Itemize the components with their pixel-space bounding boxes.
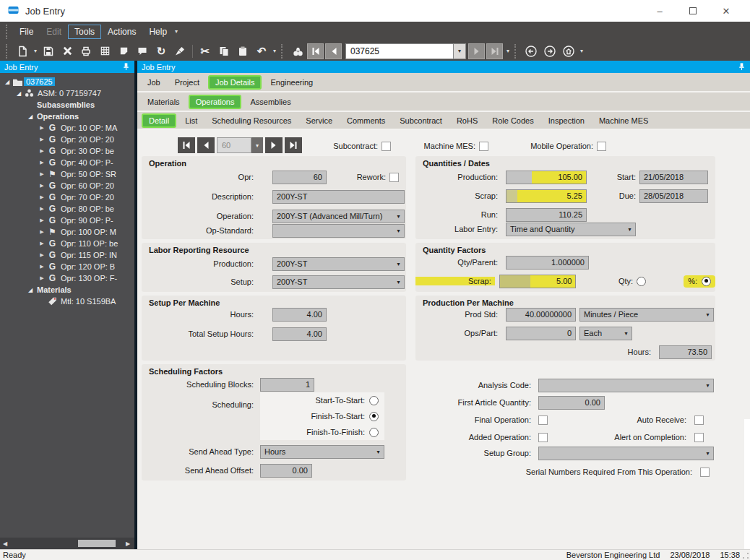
collapse-icon[interactable]: ▶: [38, 183, 46, 189]
prod-std-field[interactable]: 40.00000000: [506, 308, 576, 322]
scrollbar-thumb[interactable]: [78, 540, 116, 547]
collapse-icon[interactable]: ▶: [38, 148, 46, 154]
pin-icon[interactable]: [122, 62, 130, 72]
description-field[interactable]: 200Y-ST: [272, 190, 405, 204]
due-date-field[interactable]: 28/05/2018: [639, 189, 708, 203]
minimize-button[interactable]: –: [643, 1, 676, 21]
previous-record-button[interactable]: [325, 43, 342, 59]
tab-job-details[interactable]: Job Details: [208, 75, 262, 90]
chevron-down-icon[interactable]: ▾: [621, 330, 632, 337]
tab-machine-mes[interactable]: Machine MES: [592, 113, 655, 128]
home-button[interactable]: [559, 43, 578, 59]
collapse-icon[interactable]: ▶: [38, 171, 46, 177]
auto-receive-checkbox[interactable]: [694, 415, 704, 425]
menu-tools[interactable]: Tools: [68, 25, 101, 39]
start-date-field[interactable]: 21/05/2018: [639, 171, 708, 184]
tree-item-materials[interactable]: ◢ Materials: [0, 284, 134, 296]
tab-project[interactable]: Project: [168, 75, 207, 90]
tree-horizontal-scrollbar[interactable]: ◀ ▶: [0, 538, 134, 549]
tree-item-opr-115[interactable]: ▶GOpr: 115 OP: IN: [0, 249, 134, 261]
expand-icon[interactable]: ◢: [26, 287, 35, 293]
scroll-right-icon[interactable]: ▶: [123, 540, 133, 547]
back-button[interactable]: [522, 43, 540, 59]
machine-mes-checkbox[interactable]: [479, 142, 488, 151]
collapse-icon[interactable]: ▶: [38, 264, 46, 270]
machine-hours-field[interactable]: 73.50: [659, 345, 712, 359]
alert-on-completion-checkbox[interactable]: [694, 433, 704, 442]
tree-item-opr-60[interactable]: ▶GOpr: 60 OP: 20: [0, 180, 134, 191]
new-button[interactable]: [13, 43, 32, 59]
tab-list[interactable]: List: [178, 113, 204, 128]
scrap-qty-field[interactable]: 5.25: [506, 189, 587, 203]
setup-hours-field[interactable]: 4.00: [272, 308, 327, 322]
expand-icon[interactable]: ◢: [14, 90, 23, 97]
expand-icon[interactable]: ◢: [26, 113, 35, 120]
total-setup-hours-field[interactable]: 4.00: [272, 327, 327, 341]
expand-icon[interactable]: ◢: [3, 79, 12, 85]
paste-button[interactable]: [233, 43, 252, 59]
tree-item-opr-110[interactable]: ▶GOpr: 110 OP: be: [0, 238, 134, 249]
record-combo-value[interactable]: 037625: [345, 43, 454, 59]
collapse-icon[interactable]: ▶: [38, 229, 46, 235]
mobile-operation-checkbox[interactable]: [597, 142, 606, 151]
collapse-icon[interactable]: ▶: [38, 160, 46, 165]
tree-item-opr-80[interactable]: ▶GOpr: 80 OP: be: [0, 203, 134, 215]
delete-button[interactable]: [58, 43, 77, 59]
qty-radio[interactable]: [637, 277, 646, 286]
prod-std-uom-dropdown[interactable]: Minutes / Piece▾: [579, 308, 714, 322]
run-qty-field[interactable]: 110.25: [506, 208, 587, 222]
tab-comments[interactable]: Comments: [340, 113, 392, 128]
chevron-down-icon[interactable]: ▾: [702, 450, 713, 457]
labor-setup-dropdown[interactable]: 200Y-ST▾: [272, 275, 405, 289]
tree-item-opr-20[interactable]: ▶GOpr: 20 OP: 20: [0, 134, 134, 145]
undo-button[interactable]: ↶: [252, 43, 271, 59]
chevron-down-icon[interactable]: ▾: [373, 449, 384, 455]
collapse-icon[interactable]: ▶: [38, 252, 46, 258]
operation-combo-caret-icon[interactable]: ▾: [251, 137, 263, 153]
search-button[interactable]: [288, 43, 307, 59]
tree-item-opr-70[interactable]: ▶GOpr: 70 OP: 20: [0, 191, 134, 203]
tab-subcontract[interactable]: Subcontract: [392, 113, 449, 128]
menu-overflow-icon[interactable]: ▾: [175, 28, 178, 35]
record-combo-caret-icon[interactable]: ▾: [454, 43, 466, 59]
last-record-button[interactable]: [486, 43, 503, 59]
record-combo[interactable]: 037625 ▾: [345, 43, 466, 59]
operation-number-combo[interactable]: 60 ▾: [217, 137, 263, 153]
copy-button[interactable]: [215, 43, 233, 59]
tab-service[interactable]: Service: [298, 113, 340, 128]
tree-item-opr-90[interactable]: ▶GOpr: 90 OP: P-: [0, 215, 134, 226]
forward-button[interactable]: [540, 43, 559, 59]
send-ahead-type-dropdown[interactable]: Hours▾: [260, 445, 384, 459]
scrap-factor-field[interactable]: 5.00: [499, 275, 577, 288]
added-operation-checkbox[interactable]: [538, 433, 548, 442]
subcontract-checkbox[interactable]: [382, 142, 391, 151]
op-standard-dropdown[interactable]: ▾: [272, 224, 405, 238]
chevron-down-icon[interactable]: ▾: [393, 279, 404, 285]
grid-button[interactable]: [95, 43, 114, 59]
save-button[interactable]: [39, 43, 58, 59]
maximize-button[interactable]: [676, 1, 710, 21]
chevron-down-icon[interactable]: ▾: [393, 228, 404, 234]
menu-file[interactable]: File: [13, 25, 40, 39]
next-record-button[interactable]: [468, 43, 485, 59]
comment-button[interactable]: [133, 43, 152, 59]
scheduling-blocks-field[interactable]: 1: [260, 378, 314, 392]
tree-item-subassemblies[interactable]: Subassemblies: [0, 99, 134, 111]
tab-detail[interactable]: Detail: [142, 113, 176, 128]
undo-dropdown-icon[interactable]: ▾: [271, 48, 278, 54]
new-dropdown-icon[interactable]: ▾: [32, 48, 39, 54]
tree-item-opr-40[interactable]: ▶GOpr: 40 OP: P-: [0, 157, 134, 168]
tree-item-opr-50[interactable]: ▶⚑Opr: 50 OP: SR: [0, 168, 134, 180]
production-qty-field[interactable]: 105.00: [506, 171, 587, 184]
serial-numbers-checkbox[interactable]: [700, 468, 710, 477]
tab-materials[interactable]: Materials: [140, 95, 187, 109]
tree-item-opr-10[interactable]: ▶GOpr: 10 OP: MA: [0, 122, 134, 134]
tab-operations[interactable]: Operations: [189, 95, 242, 109]
tree-item-opr-120[interactable]: ▶GOpr: 120 OP: B: [0, 261, 134, 272]
collapse-icon[interactable]: ▶: [38, 206, 46, 212]
collapse-icon[interactable]: ▶: [38, 194, 46, 200]
first-operation-button[interactable]: [178, 137, 195, 153]
chevron-down-icon[interactable]: ▾: [702, 311, 713, 318]
memo-button[interactable]: [114, 43, 133, 59]
print-button[interactable]: [77, 43, 95, 59]
